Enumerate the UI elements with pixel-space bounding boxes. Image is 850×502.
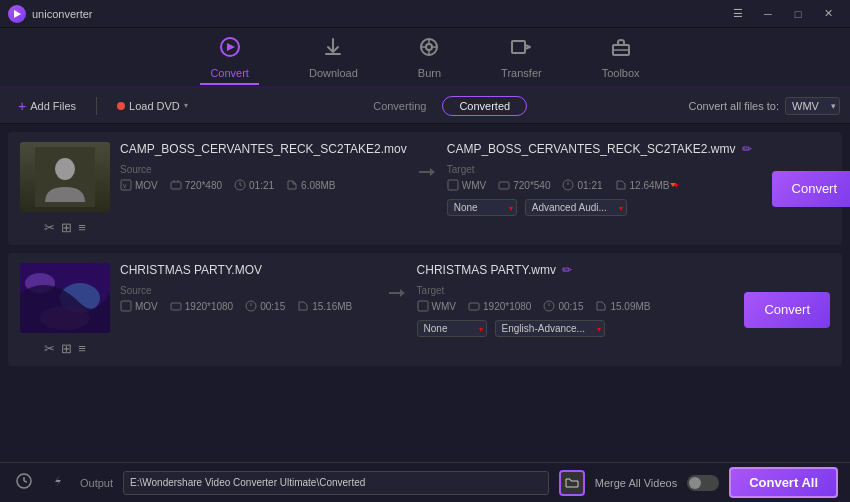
- minimize-button[interactable]: ─: [754, 0, 782, 28]
- svg-marker-48: [55, 475, 61, 487]
- merge-toggle[interactable]: [687, 475, 719, 491]
- target-name-2: CHRISTMAS PARTY.wmv ✏: [417, 263, 725, 277]
- subtitle-select-1[interactable]: None: [447, 199, 517, 216]
- size-icon-1: [286, 179, 298, 191]
- crop-tool-btn[interactable]: ⊞: [61, 220, 72, 235]
- main-content: ✂ ⊞ ≡ CAMP_BOSS_CERVANTES_RECK_SC2TAKE2.…: [0, 124, 850, 462]
- toolbar-divider: [96, 97, 97, 115]
- clock-button[interactable]: [12, 473, 36, 493]
- audio-select-2[interactable]: English-Advance...: [495, 320, 605, 337]
- edit-icon-2[interactable]: ✏: [562, 263, 572, 277]
- target-options-2: None English-Advance...: [417, 320, 725, 337]
- target-dur-icon-2: [543, 300, 555, 312]
- file-meta-1: V MOV 720*480 01:21 6.08MB: [120, 179, 407, 191]
- close-button[interactable]: ✕: [814, 0, 842, 28]
- arrow-col-1: [417, 142, 437, 182]
- meta-format-1: V MOV: [120, 179, 158, 191]
- thumb-face-2: [20, 263, 110, 333]
- file-name-2: CHRISTMAS PARTY.MOV: [120, 263, 377, 277]
- nav-burn[interactable]: Burn: [408, 32, 451, 83]
- lightning-button[interactable]: [46, 473, 70, 493]
- transfer-nav-icon: [510, 36, 532, 63]
- nav-toolbox-label: Toolbox: [602, 67, 640, 79]
- toolbar: + Add Files Load DVD ▾ Converting Conver…: [0, 88, 850, 124]
- target-res-1: 720*540: [498, 179, 550, 191]
- tab-converted[interactable]: Converted: [442, 96, 527, 116]
- resolution-icon-1: [170, 179, 182, 191]
- folder-button[interactable]: [559, 470, 585, 496]
- audio-select-1[interactable]: Advanced Audi...: [525, 199, 627, 216]
- svg-rect-36: [171, 303, 181, 310]
- target-info-2: CHRISTMAS PARTY.wmv ✏ Target WMV 1920*10…: [417, 263, 725, 337]
- title-bar-left: uniconverter: [8, 5, 93, 23]
- edit-icon-1[interactable]: ✏: [742, 142, 752, 156]
- svg-marker-2: [227, 43, 235, 51]
- target-size-icon-1: [615, 179, 627, 191]
- add-files-label: Add Files: [30, 100, 76, 112]
- nav-toolbox[interactable]: Toolbox: [592, 32, 650, 83]
- file-item: ✂ ⊞ ≡ CAMP_BOSS_CERVANTES_RECK_SC2TAKE2.…: [8, 132, 842, 245]
- window-controls: ☰ ─ □ ✕: [724, 0, 842, 28]
- dvd-icon: [117, 102, 125, 110]
- nav-convert[interactable]: Convert: [200, 32, 259, 85]
- folder-icon: [565, 476, 579, 490]
- duration-icon-2: [245, 300, 257, 312]
- app-icon: [8, 5, 26, 23]
- nav-burn-label: Burn: [418, 67, 441, 79]
- toggle-knob: [689, 477, 701, 489]
- cut-tool-btn-2[interactable]: ✂: [44, 341, 55, 356]
- subtitle-select-2[interactable]: None: [417, 320, 487, 337]
- merge-label: Merge All Videos: [595, 477, 677, 489]
- svg-line-47: [24, 481, 27, 482]
- thumbnail-1: [20, 142, 110, 212]
- svg-rect-42: [469, 303, 479, 310]
- meta-size-1: 6.08MB: [286, 179, 335, 191]
- thumb-tools-2: ✂ ⊞ ≡: [44, 341, 86, 356]
- cut-tool-btn[interactable]: ✂: [44, 220, 55, 235]
- svg-marker-0: [14, 10, 21, 18]
- duration-icon-1: [234, 179, 246, 191]
- target-res-icon-1: [498, 179, 510, 191]
- tab-converting[interactable]: Converting: [357, 97, 442, 115]
- dvd-chevron-icon: ▾: [184, 101, 188, 110]
- nav-download[interactable]: Download: [299, 32, 368, 83]
- svg-rect-35: [121, 301, 131, 311]
- output-label: Output: [80, 477, 113, 489]
- crop-tool-btn-2[interactable]: ⊞: [61, 341, 72, 356]
- arrow-col-2: [387, 263, 407, 303]
- convert-button-1[interactable]: Convert: [772, 171, 850, 207]
- settings-tool-btn[interactable]: ≡: [78, 220, 86, 235]
- convert-all-files: Convert all files to: WMV MP4 AVI MOV MK…: [689, 97, 840, 115]
- nav-transfer-label: Transfer: [501, 67, 542, 79]
- target-options-1: None Advanced Audi...: [447, 199, 752, 216]
- format-wrapper: WMV MP4 AVI MOV MKV: [785, 97, 840, 115]
- svg-marker-30: [670, 183, 676, 187]
- target-size-1: 12.64MB: [615, 179, 670, 191]
- convert-nav-icon: [219, 36, 241, 63]
- thumb-tools-1: ✂ ⊞ ≡: [44, 220, 86, 235]
- output-path: E:\Wondershare Video Converter Ultimate\…: [123, 471, 549, 495]
- meta-res-1: 720*480: [170, 179, 222, 191]
- load-dvd-button[interactable]: Load DVD ▾: [109, 97, 196, 115]
- meta-size-2: 15.16MB: [297, 300, 352, 312]
- nav-transfer[interactable]: Transfer: [491, 32, 552, 83]
- file-info-1: CAMP_BOSS_CERVANTES_RECK_SC2TAKE2.mov So…: [120, 142, 407, 191]
- convert-all-label: Convert all files to:: [689, 100, 779, 112]
- title-bar: uniconverter ☰ ─ □ ✕: [0, 0, 850, 28]
- maximize-button[interactable]: □: [784, 0, 812, 28]
- meta-dur-2: 00:15: [245, 300, 285, 312]
- format-select[interactable]: WMV MP4 AVI MOV MKV: [785, 97, 840, 115]
- svg-line-21: [240, 185, 242, 186]
- audio-wrapper-1: Advanced Audi...: [525, 199, 627, 216]
- tab-group: Converting Converted: [357, 96, 527, 116]
- svg-rect-26: [448, 180, 458, 190]
- app-name: uniconverter: [32, 8, 93, 20]
- audio-wrapper-2: English-Advance...: [495, 320, 605, 337]
- convert-button-2[interactable]: Convert: [744, 292, 830, 328]
- size-icon-2: [297, 300, 309, 312]
- convert-all-button[interactable]: Convert All: [729, 467, 838, 498]
- add-files-button[interactable]: + Add Files: [10, 95, 84, 117]
- menu-button[interactable]: ☰: [724, 0, 752, 28]
- file-name-1: CAMP_BOSS_CERVANTES_RECK_SC2TAKE2.mov: [120, 142, 407, 156]
- settings-tool-btn-2[interactable]: ≡: [78, 341, 86, 356]
